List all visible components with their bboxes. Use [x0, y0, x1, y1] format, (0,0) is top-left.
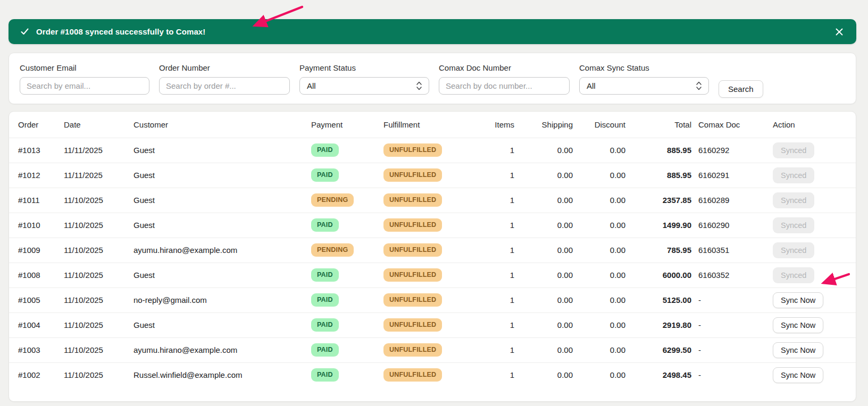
- order-comax-doc: 6160290: [697, 213, 770, 238]
- orders-table-card: Order Date Customer Payment Fulfillment …: [9, 111, 856, 402]
- filter-payment-status: Payment Status All: [299, 63, 429, 95]
- search-button[interactable]: Search: [719, 80, 763, 98]
- comax-doc-number-input[interactable]: [439, 77, 570, 95]
- order-total: 2919.80: [634, 312, 697, 337]
- customer-email-input[interactable]: [20, 77, 149, 95]
- order-shipping: 0.00: [523, 188, 581, 213]
- order-customer: Russel.winfield@example.com: [125, 362, 303, 387]
- order-payment-cell: PENDING: [303, 188, 375, 213]
- order-action-cell: Synced: [770, 213, 856, 238]
- order-fulfillment-cell: UNFULFILLED: [375, 213, 464, 238]
- payment-status-value: All: [307, 81, 316, 90]
- payment-status-select[interactable]: All: [299, 77, 429, 95]
- payment-badge: PAID: [311, 268, 339, 282]
- col-order: Order: [9, 112, 55, 138]
- order-action-cell: Sync Now: [770, 287, 856, 312]
- order-date: 11/10/2025: [55, 213, 125, 238]
- action-button: Synced: [773, 267, 814, 283]
- order-discount: 0.00: [581, 362, 634, 387]
- close-icon[interactable]: [835, 28, 844, 36]
- order-id: #1012: [9, 163, 55, 188]
- order-items: 1: [464, 312, 523, 337]
- order-total: 6000.00: [634, 263, 697, 287]
- order-fulfillment-cell: UNFULFILLED: [375, 362, 464, 387]
- col-fulfillment: Fulfillment: [375, 112, 464, 138]
- order-row: #1010 11/10/2025 Guest PAID UNFULFILLED …: [9, 213, 856, 238]
- action-button: Synced: [773, 242, 814, 258]
- action-button[interactable]: Sync Now: [773, 342, 823, 358]
- order-comax-doc: 6160352: [697, 263, 770, 287]
- order-total: 2498.45: [634, 362, 697, 387]
- order-fulfillment-cell: UNFULFILLED: [375, 163, 464, 188]
- order-shipping: 0.00: [523, 163, 581, 188]
- comax-sync-status-select[interactable]: All: [579, 77, 709, 95]
- action-button[interactable]: Sync Now: [773, 317, 823, 333]
- order-items: 1: [464, 188, 523, 213]
- col-comax-doc: Comax Doc: [697, 112, 770, 138]
- col-action: Action: [770, 112, 856, 138]
- order-discount: 0.00: [581, 163, 634, 188]
- fulfillment-badge: UNFULFILLED: [383, 218, 442, 232]
- orders-table: Order Date Customer Payment Fulfillment …: [9, 112, 856, 387]
- payment-badge: PENDING: [311, 243, 354, 257]
- order-discount: 0.00: [581, 312, 634, 337]
- order-total: 785.95: [634, 238, 697, 263]
- order-date: 11/10/2025: [55, 362, 125, 387]
- filter-comax-sync-status: Comax Sync Status All: [579, 63, 709, 95]
- order-row: #1011 11/10/2025 Guest PENDING UNFULFILL…: [9, 188, 856, 213]
- order-action-cell: Sync Now: [770, 362, 856, 387]
- action-button[interactable]: Sync Now: [773, 367, 823, 383]
- order-action-cell: Synced: [770, 188, 856, 213]
- payment-badge: PAID: [311, 218, 339, 232]
- order-id: #1002: [9, 362, 55, 387]
- action-button[interactable]: Sync Now: [773, 292, 823, 308]
- order-customer: Guest: [125, 312, 303, 337]
- order-fulfillment-cell: UNFULFILLED: [375, 337, 464, 362]
- order-date: 11/10/2025: [55, 337, 125, 362]
- order-id: #1013: [9, 138, 55, 163]
- payment-badge: PAID: [311, 318, 339, 332]
- order-comax-doc: 6160351: [697, 238, 770, 263]
- payment-badge: PAID: [311, 343, 339, 357]
- payment-badge: PAID: [311, 293, 339, 307]
- order-customer: ayumu.hirano@example.com: [125, 238, 303, 263]
- order-date: 11/11/2025: [55, 163, 125, 188]
- order-discount: 0.00: [581, 263, 634, 287]
- fulfillment-badge: UNFULFILLED: [383, 343, 442, 357]
- order-id: #1009: [9, 238, 55, 263]
- fulfillment-badge: UNFULFILLED: [383, 193, 442, 207]
- order-payment-cell: PAID: [303, 312, 375, 337]
- order-action-cell: Synced: [770, 238, 856, 263]
- order-shipping: 0.00: [523, 337, 581, 362]
- col-discount: Discount: [581, 112, 634, 138]
- order-comax-doc: 6160291: [697, 163, 770, 188]
- order-id: #1005: [9, 287, 55, 312]
- customer-email-label: Customer Email: [20, 63, 149, 72]
- order-row: #1012 11/11/2025 Guest PAID UNFULFILLED …: [9, 163, 856, 188]
- order-id: #1003: [9, 337, 55, 362]
- order-fulfillment-cell: UNFULFILLED: [375, 188, 464, 213]
- payment-badge: PAID: [311, 168, 339, 182]
- action-button: Synced: [773, 192, 814, 208]
- fulfillment-badge: UNFULFILLED: [383, 368, 442, 382]
- order-number-input[interactable]: [159, 77, 290, 95]
- table-header-row: Order Date Customer Payment Fulfillment …: [9, 112, 856, 138]
- order-fulfillment-cell: UNFULFILLED: [375, 138, 464, 163]
- order-comax-doc: 6160292: [697, 138, 770, 163]
- col-items: Items: [464, 112, 523, 138]
- order-discount: 0.00: [581, 287, 634, 312]
- payment-badge: PAID: [311, 143, 339, 157]
- success-banner: Order #1008 synced successfully to Comax…: [9, 19, 856, 44]
- order-fulfillment-cell: UNFULFILLED: [375, 263, 464, 287]
- order-shipping: 0.00: [523, 312, 581, 337]
- order-items: 1: [464, 287, 523, 312]
- order-total: 1499.90: [634, 213, 697, 238]
- order-date: 11/10/2025: [55, 312, 125, 337]
- order-row: #1004 11/10/2025 Guest PAID UNFULFILLED …: [9, 312, 856, 337]
- order-row: #1003 11/10/2025 ayumu.hirano@example.co…: [9, 337, 856, 362]
- order-payment-cell: PAID: [303, 263, 375, 287]
- order-comax-doc: -: [697, 362, 770, 387]
- order-comax-doc: 6160289: [697, 188, 770, 213]
- order-items: 1: [464, 163, 523, 188]
- order-id: #1004: [9, 312, 55, 337]
